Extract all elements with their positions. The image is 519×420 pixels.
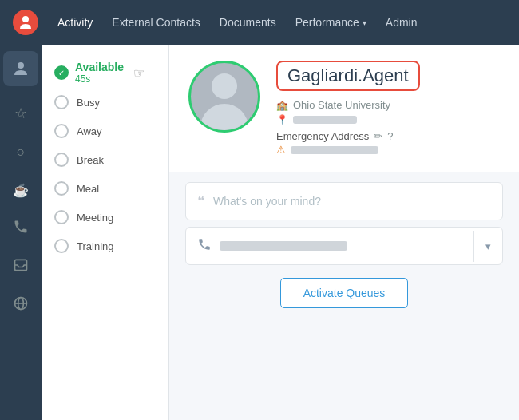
thought-placeholder: What's on your mind?: [213, 195, 321, 208]
coffee-icon: ☕: [13, 183, 29, 198]
university-name: Ohio State University: [293, 99, 390, 111]
location-icon: 📍: [276, 114, 288, 125]
available-check: ✓: [54, 65, 69, 80]
away-label: Away: [77, 125, 102, 137]
activate-button-area: Activate Queues: [169, 278, 519, 308]
cursor-pointer-icon: ☞: [133, 65, 145, 81]
main-content-area: Gagliardi.Agent 🏫 Ohio State University …: [169, 45, 519, 420]
profile-info: Gagliardi.Agent 🏫 Ohio State University …: [276, 61, 500, 156]
phone-icon-item[interactable]: [3, 211, 38, 246]
avatar-icon-item[interactable]: [3, 51, 38, 86]
break-label: Break: [77, 154, 104, 166]
meal-radio: [54, 181, 69, 196]
status-away[interactable]: Away: [42, 117, 168, 145]
location-row: 📍: [276, 114, 500, 125]
status-training[interactable]: Training: [42, 232, 168, 260]
avatar-head: [212, 73, 237, 99]
avatar-person-graphic: [191, 61, 258, 133]
chat-icon: ○: [17, 144, 26, 160]
status-panel: ✓ Available 45s ☞ Busy Away Break: [42, 45, 169, 420]
app-logo: [13, 10, 38, 35]
break-radio: [54, 153, 69, 167]
status-meeting[interactable]: Meeting: [42, 203, 168, 232]
globe-icon: [13, 295, 29, 315]
avatar-body: [200, 104, 248, 133]
available-label: Available: [75, 61, 124, 73]
meeting-label: Meeting: [77, 212, 113, 224]
nav-external-contacts[interactable]: External Contacts: [112, 16, 200, 29]
quote-icon: ❝: [197, 192, 205, 210]
emergency-row: Emergency Address ✏ ?: [276, 130, 500, 142]
agent-avatar: [188, 61, 260, 133]
chat-icon-item[interactable]: ○: [3, 134, 38, 169]
icon-sidebar: ☆ ○ ☕: [0, 45, 42, 420]
phone-main-area: [186, 228, 473, 264]
away-radio: [54, 124, 69, 138]
university-icon: 🏫: [276, 100, 288, 111]
emergency-address-blurred: [291, 146, 378, 154]
nav-documents[interactable]: Documents: [220, 16, 276, 29]
performance-dropdown-arrow: ▾: [363, 18, 366, 27]
phone-sidebar-icon: [13, 219, 29, 239]
status-busy[interactable]: Busy: [42, 88, 168, 117]
profile-section: Gagliardi.Agent 🏫 Ohio State University …: [169, 45, 519, 172]
warning-icon: ⚠: [276, 144, 286, 156]
main-layout: ☆ ○ ☕: [0, 45, 519, 420]
inbox-icon-item[interactable]: [3, 249, 38, 284]
busy-radio: [54, 95, 69, 109]
edit-emergency-icon[interactable]: ✏: [374, 130, 382, 142]
nav-admin[interactable]: Admin: [386, 16, 418, 29]
phone-chevron-button[interactable]: ▾: [473, 231, 502, 262]
nav-performance[interactable]: Performance ▾: [295, 16, 366, 29]
phone-row: ▾: [185, 227, 503, 265]
status-break[interactable]: Break: [42, 145, 168, 174]
star-icon: ☆: [14, 105, 27, 122]
meeting-radio: [54, 210, 69, 224]
agent-name-box: Gagliardi.Agent: [276, 61, 420, 91]
emergency-address-row: ⚠: [276, 144, 500, 156]
globe-icon-item[interactable]: [3, 287, 38, 323]
phone-number-blurred: [220, 241, 347, 251]
training-label: Training: [77, 240, 113, 252]
available-status[interactable]: ✓ Available 45s ☞: [42, 54, 168, 88]
emergency-label: Emergency Address: [276, 130, 369, 142]
status-list: Busy Away Break Meal Meeting Training: [42, 88, 168, 410]
phone-row-icon: [197, 237, 212, 255]
agent-name: Gagliardi.Agent: [287, 65, 409, 85]
available-timer: 45s: [75, 73, 124, 85]
coffee-icon-item[interactable]: ☕: [3, 172, 38, 208]
busy-label: Busy: [77, 97, 100, 109]
star-icon-item[interactable]: ☆: [3, 96, 38, 131]
activate-queues-button[interactable]: Activate Queues: [280, 278, 409, 308]
status-meal[interactable]: Meal: [42, 174, 168, 203]
nav-activity[interactable]: Activity: [57, 16, 93, 29]
university-row: 🏫 Ohio State University: [276, 99, 500, 111]
top-navigation: Activity External Contacts Documents Per…: [0, 0, 519, 45]
inbox-icon: [13, 257, 29, 277]
meal-label: Meal: [77, 183, 99, 195]
help-emergency-icon[interactable]: ?: [387, 130, 393, 142]
training-radio: [54, 239, 69, 253]
svg-point-1: [18, 62, 24, 69]
thought-input-box[interactable]: ❝ What's on your mind?: [185, 182, 503, 220]
svg-point-0: [22, 16, 29, 22]
location-blurred: [293, 116, 357, 124]
